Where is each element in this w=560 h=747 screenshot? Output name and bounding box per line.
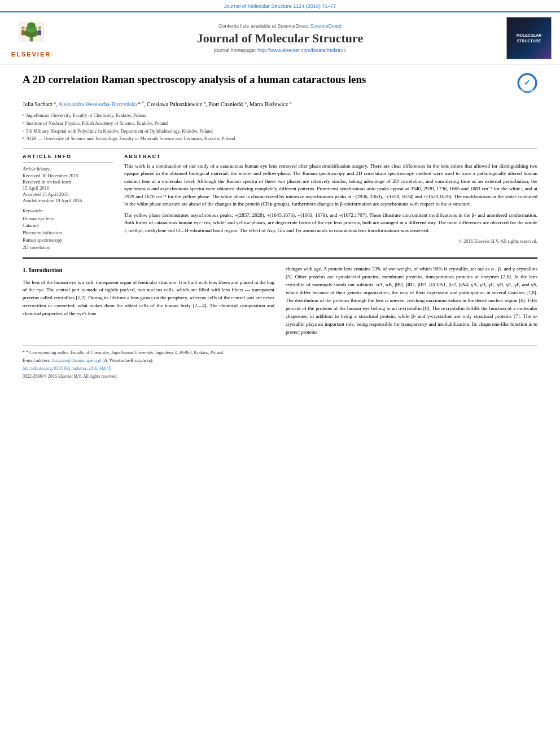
elsevier-logo: ELSEVIER: [11, 19, 51, 58]
journal-homepage: journal homepage: http://www.elsevier.co…: [62, 47, 498, 53]
keyword-2: Cataract: [23, 222, 113, 229]
abstract-para-2: The yellow phase demonstrates asynchrono…: [124, 212, 537, 235]
article-content: A 2D correlation Raman spectroscopy anal…: [0, 64, 560, 390]
copyright-line: © 2016 Elsevier B.V. All rights reserved…: [124, 238, 537, 245]
crossmark-icon: ✓ CrossMark: [517, 73, 537, 93]
svg-text:✓: ✓: [524, 78, 531, 87]
issn-line: 0022-2860/© 2016 Elsevier B.V. All right…: [23, 373, 537, 380]
journal-title: Journal of Molecular Structure: [62, 31, 498, 46]
abstract-header: ABSTRACT: [124, 154, 537, 159]
sciencedirect-text: Contents lists available at ScienceDirec…: [218, 23, 309, 29]
page-wrapper: Journal of Molecular Structure 1124 (201…: [0, 0, 560, 747]
corresponding-text: * Corresponding author. Faculty of Chemi…: [26, 350, 224, 355]
email-note-text: (A. Wesełucha-Birczyńska).: [103, 358, 154, 363]
svg-point-7: [38, 27, 41, 30]
journal-ref-text: Journal of Molecular Structure 1124 (201…: [224, 3, 336, 9]
keyword-1: Human eye lens: [23, 215, 113, 222]
svg-point-4: [27, 22, 36, 28]
section-1-title: 1. Introduction: [23, 265, 274, 275]
article-info-col: ARTICLE INFO Article history: Received 3…: [23, 154, 113, 251]
author-link-aleksandra[interactable]: Aleksandra Wesełucha-Birczyńska: [58, 101, 137, 107]
svg-text:CrossMark: CrossMark: [520, 89, 535, 92]
history-label: Article history:: [23, 166, 113, 172]
email-link[interactable]: birczyns@chemia.uj.edu.pl: [52, 358, 102, 363]
available-online: Available online 19 April 2016: [23, 198, 113, 203]
keyword-4: Raman spectroscopy: [23, 237, 113, 244]
svg-rect-6: [21, 30, 25, 35]
body-col-left: 1. Introduction The lens of the human ey…: [23, 265, 274, 339]
elsevier-tree-icon: [16, 19, 47, 50]
corresponding-note: * * Corresponding author. Faculty of Che…: [23, 350, 537, 356]
elsevier-brand-text: ELSEVIER: [11, 51, 51, 58]
keyword-3: Phacoemulsification: [23, 229, 113, 237]
journal-cover-image: MOLECULAR STRUCTURE: [506, 17, 552, 59]
intro-para-1: The lens of the human eye is a soft, tra…: [23, 279, 274, 318]
sciencedirect-line: Contents lists available at ScienceDirec…: [62, 23, 498, 29]
header-divider: [23, 148, 537, 149]
keywords-section: Keywords: Human eye lens Cataract Phacoe…: [23, 208, 113, 251]
footnote-area: * * Corresponding author. Faculty of Che…: [23, 346, 537, 380]
header-center: Contents lists available at ScienceDirec…: [62, 23, 498, 53]
authors-line: Julia Sacharz a, Aleksandra Wesełucha-Bi…: [23, 100, 537, 108]
affil-4: d AGH — University of Science and Techno…: [23, 135, 537, 143]
info-divider: [23, 163, 113, 163]
homepage-url[interactable]: http://www.elsevier.com/locate/molstruc: [257, 47, 346, 53]
received-date: Received 30 December 2015: [23, 173, 113, 178]
accepted-date: Accepted 15 April 2016: [23, 191, 113, 197]
crossmark-container[interactable]: ✓ CrossMark: [517, 73, 537, 94]
keyword-5: 2D correlation: [23, 244, 113, 251]
issn-text: 0022-2860/© 2016 Elsevier B.V. All right…: [23, 374, 117, 379]
journal-reference: Journal of Molecular Structure 1124 (201…: [0, 0, 560, 11]
abstract-col: ABSTRACT This work is a continuation of …: [124, 154, 537, 251]
header-right: MOLECULAR STRUCTURE: [504, 17, 554, 59]
abstract-text: This work is a continuation of our study…: [124, 163, 537, 245]
svg-point-5: [21, 27, 25, 30]
main-divider: [23, 257, 537, 259]
abstract-para-1: This work is a continuation of our study…: [124, 163, 537, 208]
header-left: ELSEVIER: [6, 19, 56, 58]
email-note: E-mail address: birczyns@chemia.uj.edu.p…: [23, 357, 537, 364]
affil-1-text: Jagiellonian University, Faculty of Chem…: [26, 112, 146, 120]
doi-line: http://dx.doi.org/10.1016/j.molstruc.201…: [23, 365, 537, 372]
cover-text: MOLECULAR STRUCTURE: [507, 33, 551, 43]
sciencedirect-link[interactable]: ScienceDirect: [310, 23, 342, 29]
info-abstract-row: ARTICLE INFO Article history: Received 3…: [23, 154, 537, 251]
article-title: A 2D correlation Raman spectroscopy anal…: [23, 73, 517, 87]
section-number: 1.: [23, 267, 27, 273]
homepage-label: journal homepage:: [214, 47, 256, 53]
intro-para-2: changes with age. A protein lens contain…: [286, 265, 537, 336]
svg-rect-8: [38, 30, 41, 35]
article-info-header: ARTICLE INFO: [23, 154, 113, 159]
section-title-text: Introduction: [29, 267, 63, 273]
affil-3: c 5th Military Hospital with Polyclinic …: [23, 128, 537, 136]
article-title-area: A 2D correlation Raman spectroscopy anal…: [23, 73, 537, 94]
affiliations: a Jagiellonian University, Faculty of Ch…: [23, 112, 537, 142]
affil-3-text: 5th Military Hospital with Polyclinic in…: [26, 128, 213, 136]
doi-link[interactable]: http://dx.doi.org/10.1016/j.molstruc.201…: [23, 366, 111, 371]
revised-date: 15 April 2016: [23, 185, 113, 191]
body-columns: 1. Introduction The lens of the human ey…: [23, 265, 537, 339]
keywords-label: Keywords:: [23, 208, 113, 213]
affil-1: a Jagiellonian University, Faculty of Ch…: [23, 112, 537, 120]
email-label: E-mail address:: [23, 358, 51, 363]
affil-2: b Institute of Nuclear Physics, Polish A…: [23, 120, 537, 128]
affil-4-text: AGH — University of Science and Technolo…: [27, 135, 235, 143]
received-revised-label: Received in revised form: [23, 179, 113, 185]
affil-2-text: Institute of Nuclear Physics, Polish Aca…: [27, 120, 168, 128]
journal-header: ELSEVIER Contents lists available at Sci…: [0, 11, 560, 64]
body-col-right: changes with age. A protein lens contain…: [286, 265, 537, 339]
